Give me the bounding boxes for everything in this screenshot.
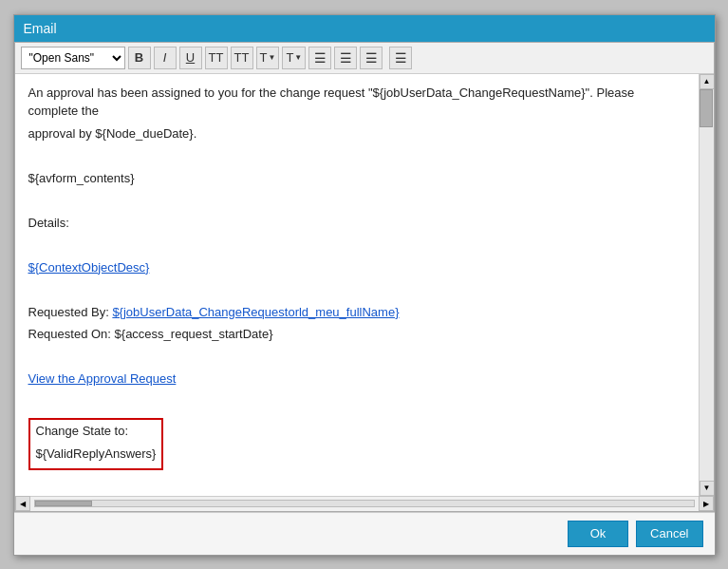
tt2-button[interactable]: TT xyxy=(231,47,253,69)
font-select[interactable]: "Open Sans" xyxy=(21,47,125,69)
scroll-up-button[interactable]: ▲ xyxy=(700,74,714,89)
change-state-label: Change State to: xyxy=(36,422,157,441)
spacer5 xyxy=(28,348,685,367)
dialog-title: Email xyxy=(24,21,57,36)
requested-by-prefix: Requested By: xyxy=(28,305,113,319)
h-scroll-thumb[interactable] xyxy=(35,501,92,506)
bold-button[interactable]: B xyxy=(128,47,151,69)
dialog-footer: Ok Cancel xyxy=(14,512,715,555)
align3-button[interactable]: ☰ xyxy=(360,47,383,69)
formatting-toolbar: "Open Sans" B I U TT TT T ▼ T ▼ ☰ ☰ ☰ xyxy=(15,43,714,74)
underline-button[interactable]: U xyxy=(179,47,202,69)
email-dialog: Email "Open Sans" B I U TT TT T ▼ T ▼ ☰ xyxy=(13,14,716,556)
menu-button[interactable]: ☰ xyxy=(389,47,412,69)
dialog-body: "Open Sans" B I U TT TT T ▼ T ▼ ☰ ☰ ☰ xyxy=(14,42,715,512)
line2: approval by ${Node_dueDate}. xyxy=(28,124,685,143)
requested-on-line: Requested On: ${access_request_startDate… xyxy=(28,325,685,344)
vertical-scrollbar[interactable]: ▲ ▼ xyxy=(699,74,714,496)
h-scroll-track[interactable] xyxy=(34,500,695,507)
line1: An approval has been assigned to you for… xyxy=(28,84,685,121)
horizontal-scrollbar[interactable]: ◀ ▶ xyxy=(15,496,714,511)
tt1-button[interactable]: TT xyxy=(205,47,228,69)
view-approval-link[interactable]: View the Approval Request xyxy=(28,371,177,386)
email-content[interactable]: An approval has been assigned to you for… xyxy=(15,74,699,496)
scroll-thumb[interactable] xyxy=(700,89,713,127)
ok-button[interactable]: Ok xyxy=(568,521,628,547)
requested-by-line: Requested By: ${jobUserData_ChangeReques… xyxy=(28,303,685,322)
cancel-button[interactable]: Cancel xyxy=(636,521,702,547)
spacer3 xyxy=(28,236,685,255)
t1-button[interactable]: T ▼ xyxy=(256,47,280,69)
valid-reply-line: ${ValidReplyAnswers} xyxy=(36,445,157,464)
context-obj-link[interactable]: ${ContextObjectDesc} xyxy=(28,260,150,275)
italic-button[interactable]: I xyxy=(154,47,177,69)
scroll-track[interactable] xyxy=(700,89,714,481)
align1-button[interactable]: ☰ xyxy=(308,47,331,69)
avform-line: ${avform_contents} xyxy=(28,169,685,188)
align2-button[interactable]: ☰ xyxy=(334,47,357,69)
spacer7 xyxy=(28,474,685,493)
spacer6 xyxy=(28,392,685,411)
requested-by-link[interactable]: ${jobUserData_ChangeRequestorld_meu_full… xyxy=(112,305,399,319)
spacer2 xyxy=(28,191,685,210)
content-scroll-area: An approval has been assigned to you for… xyxy=(15,74,714,496)
details-line: Details: xyxy=(28,214,685,233)
spacer1 xyxy=(28,146,685,165)
spacer4 xyxy=(28,280,685,299)
scroll-left-button[interactable]: ◀ xyxy=(15,496,30,511)
scroll-down-button[interactable]: ▼ xyxy=(700,481,714,496)
scroll-right-button[interactable]: ▶ xyxy=(699,496,714,511)
context-obj-line: ${ContextObjectDesc} xyxy=(28,258,685,277)
dialog-title-bar: Email xyxy=(14,15,715,42)
change-state-box: Change State to: ${ValidReplyAnswers} xyxy=(28,418,164,470)
t2-button[interactable]: T ▼ xyxy=(282,47,306,69)
view-approval-line: View the Approval Request xyxy=(28,370,685,389)
